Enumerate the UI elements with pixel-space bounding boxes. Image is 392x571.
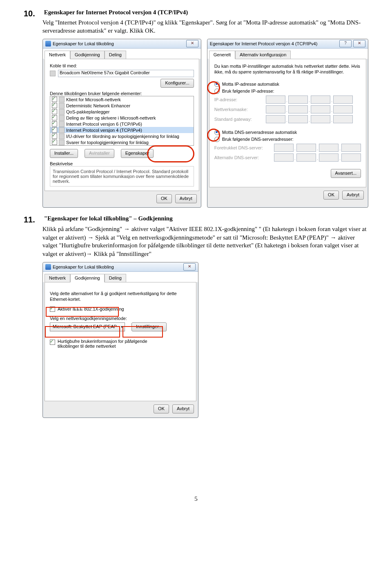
dialog-lan-properties: Egenskaper for Lokal tilkobling ✕ Nettve… [42,39,201,208]
ok-button[interactable]: OK [156,194,172,203]
properties-button[interactable]: Egenskaper [121,149,154,158]
tab-generelt[interactable]: Generelt [209,51,235,59]
components-list[interactable]: Klient for Microsoft-nettverk Determinis… [50,96,194,146]
tab-nettverk[interactable]: Nettverk [45,51,70,59]
cancel-button[interactable]: Avbryt [175,194,197,203]
koble-label: Koble til med: [50,63,194,68]
auth-intro: Velg dette alternativet for å gi godkjen… [50,291,191,302]
uninstall-button: Avinstaller [85,149,114,158]
figure-row-1: Egenskaper for Lokal tilkobling ✕ Nettve… [42,39,368,208]
advanced-button[interactable]: Avansert... [331,169,361,178]
ok-button[interactable]: OK [154,404,169,413]
dialog3-title: Egenskaper for Lokal tilkobling [53,264,114,269]
dialog-ipv4-properties: Egenskaper for Internet Protocol versjon… [207,39,368,208]
adapter-field: Broadcom NetXtreme 57xx Gigabit Controll… [58,70,194,77]
tab-deling[interactable]: Deling [105,51,126,59]
checkbox-8021x[interactable] [50,307,55,312]
tab-godkjenning[interactable]: Godkjenning [70,274,105,282]
method-label: Velg en nettverksgodkjenningsmetode: [50,316,191,321]
cancel-button[interactable]: Avbryt [342,191,364,200]
checkbox-cache[interactable] [50,340,55,345]
step-11-head: "Egenskaper for lokal tilkobling" – Godk… [44,215,173,222]
tab-nettverk[interactable]: Nettverk [45,274,70,282]
radio-auto-ip[interactable] [214,82,220,87]
page-number: 5 [24,495,368,502]
cancel-button[interactable]: Avbryt [172,404,194,413]
radio-manual-ip[interactable] [214,89,220,94]
dialog-lan-auth: Egenskaper for Lokal tilkobling ✕ Nettve… [42,262,198,418]
install-button[interactable]: Installer... [50,149,78,158]
window-icon [45,264,51,270]
step-10-body: Velg "Internet Protocol versjon 4 (TCP/I… [24,19,368,35]
configure-button[interactable]: Konfigurer... [160,79,194,88]
ok-button[interactable]: OK [323,191,339,200]
radio-manual-dns[interactable] [214,137,220,142]
close-icon[interactable]: ✕ [183,263,196,271]
help-icon[interactable]: ? [339,40,352,47]
close-icon[interactable]: ✕ [353,40,365,47]
desc-label: Beskrivelse [50,161,194,166]
step-11: 11. "Egenskaper for lokal tilkobling" – … [24,215,368,258]
step-10: 10. Egenskaper for Internet Protocol ver… [24,9,368,35]
step-11-body: Klikk på arkfane "Godkjenning" → aktiver… [24,225,368,258]
step-10-head: Egenskaper for Internet Protocol versjon… [44,9,188,16]
radio-auto-dns[interactable] [214,130,220,135]
step-10-num: 10. [24,9,42,18]
window-icon [45,41,51,47]
uses-label: Denne tilkoblingen bruker følgende eleme… [50,91,194,96]
method-dropdown[interactable]: Microsoft: Beskyttet EAP (PEAP [50,322,125,331]
tab-godkjenning[interactable]: Godkjenning [70,51,105,59]
step-11-num: 11. [24,215,42,224]
tab-altkonfig[interactable]: Alternativ konfigurasjon [235,51,291,59]
close-icon[interactable]: ✕ [186,40,198,47]
ipv4-intro: Du kan motta IP-innstillinger automatisk… [214,63,361,75]
tab-deling[interactable]: Deling [105,274,126,282]
desc-text: Transmission Control Protocol / Internet… [50,166,194,187]
dialog1-title: Egenskaper for Lokal tilkobling [53,41,114,46]
settings-button[interactable]: Innstillinger... [131,322,167,331]
adapter-icon [50,71,56,76]
dialog2-title: Egenskaper for Internet Protocol versjon… [210,41,318,46]
